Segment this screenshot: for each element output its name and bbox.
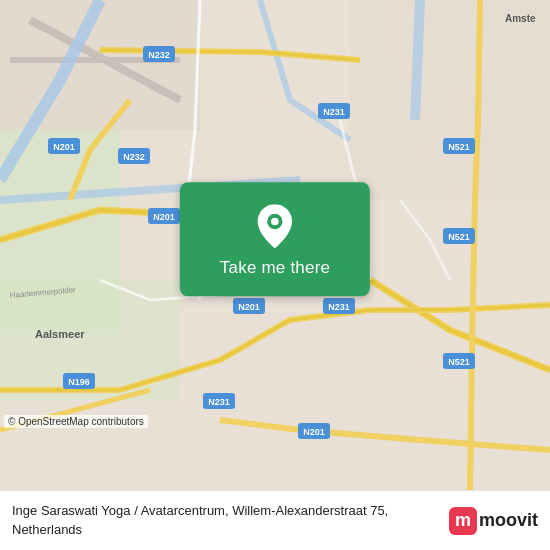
svg-point-37 — [271, 218, 279, 226]
svg-text:N232: N232 — [123, 152, 145, 162]
take-me-there-container: Take me there — [180, 182, 370, 296]
svg-text:N201: N201 — [303, 427, 325, 437]
moovit-m-icon: m — [449, 507, 477, 535]
svg-text:N232: N232 — [148, 50, 170, 60]
svg-text:N196: N196 — [68, 377, 90, 387]
take-me-there-button[interactable]: Take me there — [180, 182, 370, 296]
moovit-logo: m moovit — [449, 507, 538, 535]
footer: Inge Saraswati Yoga / Avatarcentrum, Wil… — [0, 490, 550, 550]
svg-text:N201: N201 — [153, 212, 175, 222]
button-label: Take me there — [220, 258, 330, 278]
svg-text:N201: N201 — [238, 302, 260, 312]
svg-text:N521: N521 — [448, 142, 470, 152]
svg-text:Amste: Amste — [505, 13, 536, 24]
svg-text:N231: N231 — [208, 397, 230, 407]
svg-text:N521: N521 — [448, 357, 470, 367]
svg-rect-6 — [350, 0, 550, 200]
svg-text:Aalsmeer: Aalsmeer — [35, 328, 85, 340]
svg-text:N201: N201 — [53, 142, 75, 152]
svg-text:N231: N231 — [328, 302, 350, 312]
map-container: N232 N232 N201 N201 N201 N201 N231 N231 … — [0, 0, 550, 490]
map-pin-icon — [257, 204, 293, 248]
svg-rect-1 — [0, 0, 200, 130]
svg-text:N231: N231 — [323, 107, 345, 117]
moovit-wordmark: moovit — [479, 510, 538, 531]
footer-place-name: Inge Saraswati Yoga / Avatarcentrum, Wil… — [12, 502, 442, 538]
attribution: © OpenStreetMap contributors — [4, 415, 148, 428]
svg-text:N521: N521 — [448, 232, 470, 242]
